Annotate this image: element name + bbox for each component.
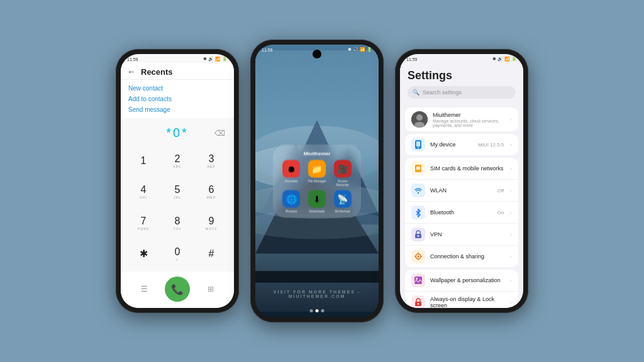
recorder-icon: ⏺ [282,160,300,178]
connection-icon [411,250,425,263]
search-icon: 🔍 [413,89,419,96]
send-message-link[interactable]: Send message [128,106,226,113]
file-manager-icon: 📁 [308,160,326,178]
sim-text: SIM cards & mobile networks [430,165,505,172]
svg-rect-14 [416,141,420,146]
svg-point-20 [418,235,419,236]
app-screen-recorder[interactable]: 🎥 Screen Recorder [331,160,353,187]
my-device-chevron: › [510,142,512,148]
back-arrow-icon[interactable]: ← [127,67,136,77]
folder-name: Miuithemer [280,151,353,156]
wlan-icon [411,184,425,197]
phone-left-screen: 11:59 ✱ 🔊 📶 🔋 ← Recents New contact Add … [121,54,234,308]
bluetooth-value: On [497,210,504,216]
bluetooth-icon [411,206,425,219]
key-hash[interactable]: # [195,239,228,269]
wlan-item[interactable]: WLAN Off › [405,180,518,202]
keypad: 1 2ABC 3DEF 4GHI 5JKL 6MNO 7PQRS 8TUV 9W… [121,144,234,272]
wallpaper-item[interactable]: Wallpaper & personalization › [405,270,518,292]
browser-icon: 🌐 [282,190,300,208]
key-0[interactable]: 0+ [161,239,194,269]
vpn-label: VPN [430,231,505,238]
add-to-contacts-link[interactable]: Add to contacts [128,96,226,102]
bluetooth-item[interactable]: Bluetooth On › [405,202,518,224]
dialer-input-area: *0* ⌫ [121,118,234,144]
key-6[interactable]: 6MNO [195,177,228,207]
key-star[interactable]: ✱ [127,239,160,269]
svg-point-26 [418,303,419,304]
key-4[interactable]: 4GHI [127,177,160,207]
wlan-label: WLAN [430,187,492,194]
sim-label: SIM cards & mobile networks [430,165,505,172]
connection-item[interactable]: Connection & sharing › [405,246,518,267]
aod-text: Always-on display & Lock screen [430,296,505,308]
app-folder[interactable]: Miuithemer ⏺ Recorder 📁 File Manager 🎥 S… [273,145,361,218]
vpn-item[interactable]: VPN › [405,224,518,246]
my-device-item[interactable]: My device MIUI 12.5.5 › [405,134,518,155]
status-bar-left: 11:59 ✱ 🔊 📶 🔋 [121,54,234,63]
dialer-number: *0* [166,126,189,140]
search-bar[interactable]: 🔍 Search settings [408,86,516,99]
personalization-section: Wallpaper & personalization › [405,270,518,308]
watermark: VISIT FOR MORE THEMES - MIUITHEMER.COM [255,290,379,299]
time-middle: 11:59 [262,48,273,52]
profile-item[interactable]: Miuithemer Manage accounts, cloud servic… [405,107,518,131]
phone-middle: 11:59 ✱ 🔊 📶 🔋 Miuithemer ⏺ Recorder [250,40,384,322]
phone-middle-screen: 11:59 ✱ 🔊 📶 🔋 Miuithemer ⏺ Recorder [255,45,379,317]
svg-point-22 [418,256,419,258]
screen-recorder-icon: 🎥 [334,160,352,178]
aod-item[interactable]: Always-on display & Lock screen › [405,292,518,308]
svg-point-18 [418,192,419,194]
app-browser[interactable]: 🌐 Browser [280,190,303,213]
dot-1 [310,309,313,312]
key-3[interactable]: 3DEF [195,146,228,176]
mi-remote-label: Mi Remote [335,209,350,213]
key-1[interactable]: 1 [127,146,160,176]
app-file-manager[interactable]: 📁 File Manager [306,160,328,187]
svg-point-11 [416,114,423,121]
app-mi-remote[interactable]: 📡 Mi Remote [331,190,353,213]
profile-text: Miuithemer Manage accounts, cloud servic… [433,112,505,128]
vpn-text: VPN [430,231,505,238]
vpn-chevron: › [510,232,512,238]
profile-name: Miuithemer [433,112,505,118]
key-9[interactable]: 9WXYZ [195,209,228,238]
call-button[interactable]: 📞 [165,277,190,302]
bluetooth-label: Bluetooth [430,209,492,216]
menu-btn[interactable]: ☰ [135,280,153,298]
vpn-icon [411,228,425,241]
app-recorder[interactable]: ⏺ Recorder [280,160,303,187]
svg-rect-17 [416,167,420,170]
connection-chevron: › [510,254,512,260]
delete-btn[interactable]: ⌫ [214,129,225,138]
status-bar-right: 11:59 ✱ 🔊 📶 🔋 [400,54,523,63]
punch-hole-camera [313,50,321,58]
status-icons-right: ✱ 🔊 📶 🔋 [492,57,517,62]
app-grid: ⏺ Recorder 📁 File Manager 🎥 Screen Recor… [280,160,353,213]
new-contact-link[interactable]: New contact [128,85,226,92]
status-icons-left: ✱ 🔊 📶 🔋 [203,57,228,62]
sim-item[interactable]: SIM cards & mobile networks › [405,158,518,180]
settings-title: Settings [408,69,516,82]
my-device-label: My device [430,141,473,148]
home-dots [310,309,325,312]
key-2[interactable]: 2ABC [161,146,194,176]
search-placeholder-text: Search settings [423,89,462,96]
key-7[interactable]: 7PQRS [127,209,160,238]
mi-remote-icon: 📡 [334,190,352,208]
svg-point-24 [416,278,418,280]
wallpaper-label: Wallpaper & personalization [430,277,505,283]
key-5[interactable]: 5JKL [161,177,194,207]
settings-list: Miuithemer Manage accounts, cloud servic… [400,101,523,308]
network-section: SIM cards & mobile networks › [405,158,518,267]
phones-container: 11:59 ✱ 🔊 📶 🔋 ← Recents New contact Add … [0,0,644,362]
bluetooth-chevron: › [510,210,512,216]
key-8[interactable]: 8TUV [161,209,194,238]
contacts-btn[interactable]: ⊞ [202,280,219,298]
aod-label: Always-on display & Lock screen [430,296,505,308]
wallpaper-icon [411,273,425,287]
app-downloads[interactable]: ⬇ Downloads [306,190,328,213]
screen-recorder-label: Screen Recorder [331,179,353,187]
wlan-text: WLAN [430,187,492,194]
my-device-text: My device [430,141,473,148]
